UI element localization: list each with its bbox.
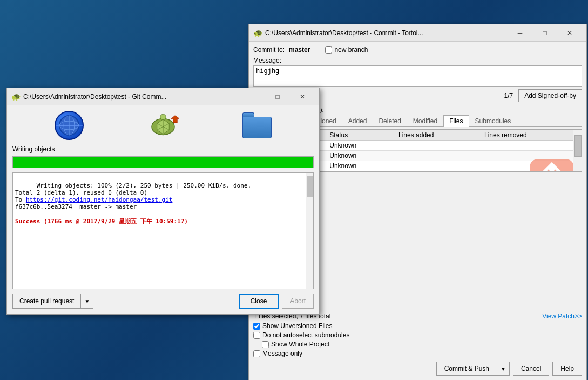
git-window-controls: ─ □ ✕	[240, 88, 315, 105]
progress-bar-container	[12, 156, 314, 168]
action-buttons: Commit & Push ▼ Cancel Help	[253, 362, 582, 376]
log-success: Success (1766 ms @ 2017/9/29 星期五 下午 10:5…	[15, 218, 188, 225]
tab-deleted[interactable]: Deleted	[373, 115, 407, 126]
progress-bottom-buttons: Create pull request ▼ Close Abort	[12, 294, 314, 309]
icons-row	[12, 111, 314, 140]
commit-to-row: Commit to: master new branch	[253, 46, 582, 54]
git-maximize-button[interactable]: □	[265, 88, 290, 105]
cell-lines-added	[395, 161, 481, 171]
log-scrollbar-thumb[interactable]	[307, 176, 314, 197]
tab-files[interactable]: Files	[443, 115, 469, 127]
tortoise-icon: 🐢	[253, 29, 262, 37]
message-only-checkbox[interactable]	[253, 350, 260, 357]
create-pull-request-button[interactable]: Create pull request	[12, 294, 81, 309]
new-branch-check[interactable]: new branch	[325, 46, 368, 54]
new-branch-checkbox[interactable]	[325, 46, 332, 54]
progress-bar-fill	[13, 157, 313, 168]
create-pr-arrow-button[interactable]: ▼	[81, 294, 93, 309]
tab-added[interactable]: Added	[342, 115, 373, 126]
git-icon: 🐢	[11, 92, 20, 101]
git-logo-watermark	[528, 157, 576, 172]
view-patch-link[interactable]: View Patch>>	[542, 312, 582, 320]
show-unversioned-checkbox[interactable]	[253, 323, 260, 330]
git-close-button[interactable]: ✕	[290, 88, 315, 105]
cell-lines-added	[395, 141, 481, 151]
folder-body	[242, 117, 272, 138]
progress-body: Writing objects Writing objects: 100% (2…	[7, 105, 319, 314]
no-autoselect-label: Do not autoselect submodules	[262, 331, 349, 339]
signed-off-button[interactable]: Add Signed-off-by	[518, 89, 582, 102]
log-output[interactable]: Writing objects: 100% (2/2), 250 bytes |…	[12, 172, 314, 289]
tortoise-close-button[interactable]: ✕	[557, 24, 582, 42]
show-unversioned-label: Show Unversioned Files	[262, 322, 332, 330]
table-scrollbar[interactable]	[573, 130, 582, 171]
log-line-3: f637c6b..5ea3274 master -> master	[15, 203, 137, 210]
commit-to-value: master	[289, 46, 310, 54]
abort-button[interactable]: Abort	[282, 294, 314, 309]
tab-modified[interactable]: Modified	[407, 115, 443, 126]
close-button[interactable]: Close	[239, 294, 279, 309]
git-push-icon	[147, 112, 179, 139]
svg-point-16	[160, 114, 166, 120]
no-autoselect-check[interactable]: Do not autoselect submodules	[253, 331, 582, 339]
tortoise-maximize-button[interactable]: □	[532, 24, 557, 42]
git-progress-titlebar: 🐢 C:\Users\Administrator\Desktop\test - …	[7, 88, 319, 105]
cell-status: Unknown	[326, 161, 395, 171]
message-input[interactable]: higjhg	[253, 65, 582, 87]
git-minimize-button[interactable]: ─	[240, 88, 265, 105]
git-progress-title: C:\Users\Administrator\Desktop\test - Gi…	[23, 93, 240, 101]
cell-status: Unknown	[326, 141, 395, 151]
message-only-check[interactable]: Message only	[253, 350, 582, 357]
message-label: Message:	[253, 57, 582, 64]
log-link[interactable]: https://git.coding.net/haidongaa/test.gi…	[26, 196, 173, 203]
show-whole-project-check[interactable]: Show Whole Project	[262, 341, 582, 348]
commit-push-arrow-button[interactable]: ▼	[497, 362, 510, 376]
tab-submodules[interactable]: Submodules	[469, 115, 517, 126]
cell-lines-added	[395, 151, 481, 161]
col-lines-added[interactable]: Lines added	[395, 130, 481, 141]
log-scrollbar[interactable]	[306, 173, 313, 289]
cancel-button[interactable]: Cancel	[513, 362, 549, 376]
bottom-bar: 1 files selected, 7 files total View Pat…	[253, 312, 582, 376]
no-autoselect-checkbox[interactable]	[253, 332, 260, 339]
tortoise-minimize-button[interactable]: ─	[508, 24, 532, 42]
show-unversioned-check[interactable]: Show Unversioned Files	[253, 322, 582, 330]
svg-point-2	[549, 166, 555, 172]
folder-icon	[242, 112, 272, 138]
tortoise-titlebar: 🐢 C:\Users\Administrator\Desktop\test - …	[249, 24, 586, 42]
create-pr-group: Create pull request ▼	[12, 294, 93, 309]
help-button[interactable]: Help	[552, 362, 582, 376]
message-only-label: Message only	[262, 350, 302, 357]
message-counter: 1/7	[504, 92, 513, 99]
col-status[interactable]: Status	[326, 130, 395, 141]
writing-objects-label: Writing objects	[12, 145, 314, 153]
show-whole-project-checkbox[interactable]	[262, 341, 269, 348]
checkboxes-row: Show Unversioned Files Do not autoselect…	[253, 322, 582, 357]
git-progress-window: 🐢 C:\Users\Administrator\Desktop\test - …	[6, 88, 320, 315]
tortoise-title: C:\Users\Administrator\Desktop\test - Co…	[265, 29, 508, 37]
new-branch-label: new branch	[334, 46, 368, 54]
commit-push-group: Commit & Push ▼	[436, 362, 510, 376]
tortoise-window-controls: ─ □ ✕	[508, 24, 582, 42]
col-lines-removed[interactable]: Lines removed	[481, 130, 581, 141]
cell-status: Unknown	[326, 151, 395, 161]
globe-icon	[55, 111, 84, 140]
scrollbar-thumb[interactable]	[574, 135, 582, 157]
cell-lines-removed	[481, 141, 581, 151]
show-whole-project-label: Show Whole Project	[271, 341, 329, 348]
commit-push-button[interactable]: Commit & Push	[436, 362, 497, 376]
commit-to-label: Commit to:	[253, 46, 285, 54]
folder-tab	[242, 112, 254, 117]
